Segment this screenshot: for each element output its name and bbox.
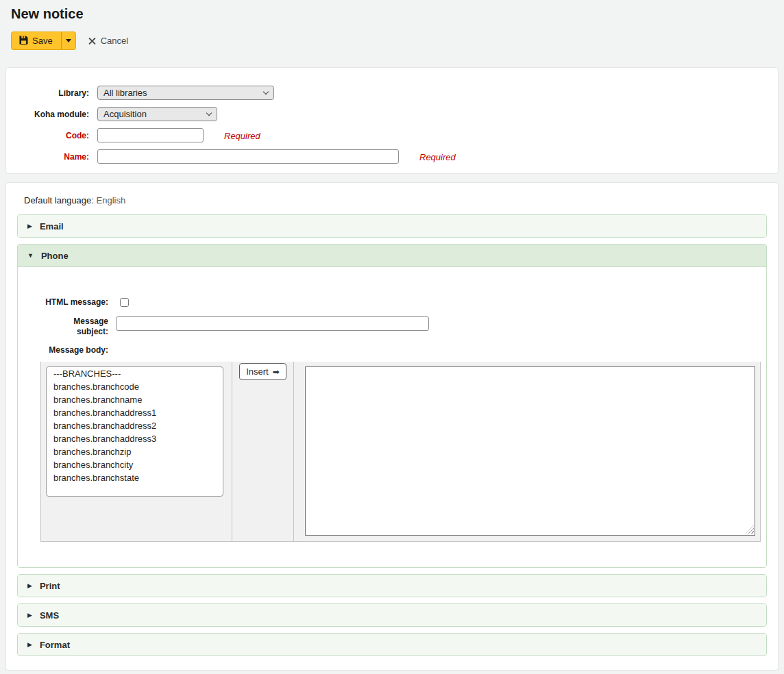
close-icon xyxy=(88,37,96,45)
page-title: New notice xyxy=(11,5,773,22)
html-message-row: HTML message: xyxy=(18,297,766,308)
default-language-value: English xyxy=(97,195,126,205)
name-row: Name: Required xyxy=(6,149,778,164)
triangle-right-icon: ▶ xyxy=(27,223,32,229)
default-language: Default language: English xyxy=(24,195,767,205)
save-split-button: Save xyxy=(11,32,76,50)
notice-details-panel: Library: All libraries Koha module: Acqu… xyxy=(5,67,779,174)
code-label: Code: xyxy=(6,128,89,140)
caret-down-icon xyxy=(66,39,71,42)
field-option[interactable]: branches.branchstate xyxy=(47,471,223,484)
message-body-textarea[interactable] xyxy=(305,366,755,536)
triangle-right-icon: ▶ xyxy=(27,583,32,589)
default-language-label: Default language: xyxy=(24,195,94,205)
field-option[interactable]: branches.branchaddress1 xyxy=(47,406,223,419)
code-row: Code: Required xyxy=(6,128,778,142)
section-format-title: Format xyxy=(40,640,70,650)
koha-module-label: Koha module: xyxy=(6,107,89,119)
cancel-label: Cancel xyxy=(101,36,128,46)
section-print-header[interactable]: ▶ Print xyxy=(18,575,766,597)
section-format-header[interactable]: ▶ Format xyxy=(18,634,766,656)
field-option[interactable]: branches.branchname xyxy=(47,393,223,406)
code-input[interactable] xyxy=(97,128,204,142)
insert-button[interactable]: Insert ➡ xyxy=(239,363,286,380)
name-input[interactable] xyxy=(97,149,399,164)
koha-module-row: Koha module: Acquisition xyxy=(6,107,778,121)
field-option[interactable]: branches.branchaddress2 xyxy=(47,419,223,432)
section-print: ▶ Print xyxy=(17,574,767,597)
insert-button-label: Insert xyxy=(246,366,269,377)
triangle-right-icon: ▶ xyxy=(27,642,32,648)
koha-module-select-wrap: Acquisition xyxy=(97,107,217,121)
section-format: ▶ Format xyxy=(17,633,767,656)
message-subject-input[interactable] xyxy=(116,316,429,331)
save-button-label: Save xyxy=(32,36,53,46)
section-sms-title: SMS xyxy=(40,610,59,621)
save-icon xyxy=(19,36,28,47)
textarea-cell xyxy=(294,362,760,541)
section-email-header[interactable]: ▶ Email xyxy=(18,215,766,237)
field-option[interactable]: branches.branchcode xyxy=(47,380,223,393)
library-select-wrap: All libraries xyxy=(97,86,274,100)
toolbar: Save Cancel xyxy=(11,32,773,50)
name-label: Name: xyxy=(6,149,89,162)
html-message-label: HTML message: xyxy=(43,297,108,308)
cancel-button[interactable]: Cancel xyxy=(88,36,128,46)
save-button[interactable]: Save xyxy=(11,32,61,50)
section-print-title: Print xyxy=(40,581,60,591)
library-label: Library: xyxy=(6,86,89,98)
section-email: ▶ Email xyxy=(17,214,767,238)
library-select[interactable]: All libraries xyxy=(97,86,274,100)
fields-listbox[interactable]: ---BRANCHES---branches.branchcodebranche… xyxy=(46,366,223,497)
library-row: Library: All libraries xyxy=(6,86,778,100)
arrow-right-icon: ➡ xyxy=(273,367,280,377)
section-phone-body: HTML message: Message subject: Message b… xyxy=(18,266,766,567)
page: New notice Save Ca xyxy=(0,5,784,671)
section-sms-header[interactable]: ▶ SMS xyxy=(18,604,766,626)
notice-content-panel: Default language: English ▶ Email ▼ Phon… xyxy=(5,182,779,671)
save-dropdown-toggle[interactable] xyxy=(61,32,76,50)
section-phone-title: Phone xyxy=(41,251,69,261)
message-body-label-row: Message body: xyxy=(18,345,766,355)
message-subject-row: Message subject: xyxy=(18,316,766,337)
message-subject-label: Message subject: xyxy=(43,316,108,337)
section-phone-header[interactable]: ▼ Phone xyxy=(18,245,766,266)
message-body-label: Message body: xyxy=(43,345,108,355)
triangle-right-icon: ▶ xyxy=(27,612,32,619)
koha-module-select[interactable]: Acquisition xyxy=(97,107,217,121)
name-required-note: Required xyxy=(419,149,456,162)
section-phone: ▼ Phone HTML message: Message subject: M… xyxy=(17,244,767,568)
section-sms: ▶ SMS xyxy=(17,603,767,627)
triangle-down-icon: ▼ xyxy=(27,253,34,259)
section-email-title: Email xyxy=(40,221,64,232)
field-option[interactable]: branches.branchzip xyxy=(47,445,223,458)
field-option[interactable]: branches.branchcity xyxy=(47,458,223,471)
insert-cell: Insert ➡ xyxy=(232,362,294,541)
field-option[interactable]: branches.branchaddress3 xyxy=(47,432,223,445)
html-message-checkbox[interactable] xyxy=(120,298,129,307)
code-required-note: Required xyxy=(224,128,260,141)
fields-cell: ---BRANCHES---branches.branchcodebranche… xyxy=(41,362,232,541)
message-body-editor: ---BRANCHES---branches.branchcodebranche… xyxy=(40,362,761,542)
field-option[interactable]: ---BRANCHES--- xyxy=(47,367,223,380)
